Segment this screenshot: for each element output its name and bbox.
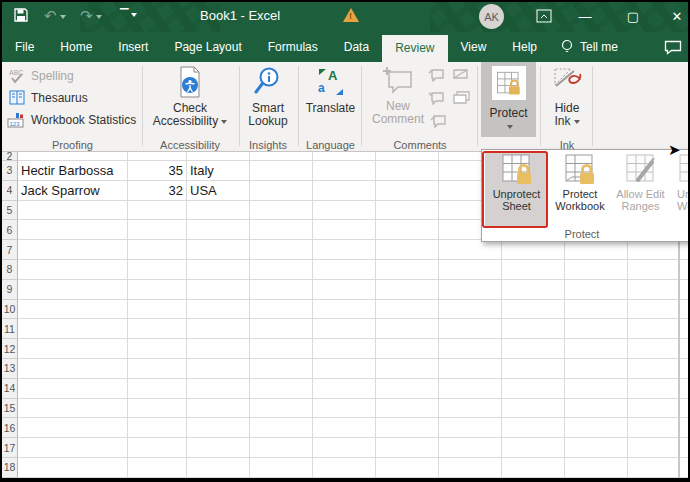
cell[interactable] — [187, 339, 250, 359]
cell[interactable] — [18, 300, 128, 320]
cell[interactable] — [376, 319, 439, 339]
cell[interactable] — [18, 399, 128, 419]
cell[interactable] — [128, 458, 187, 478]
cell[interactable] — [128, 280, 187, 300]
cell[interactable] — [187, 418, 250, 438]
cell[interactable] — [250, 260, 313, 280]
row-header-6[interactable]: 6 — [2, 220, 18, 240]
row-header-11[interactable]: 11 — [2, 319, 18, 339]
tab-insert[interactable]: Insert — [105, 32, 161, 62]
cell[interactable] — [439, 379, 502, 399]
cell[interactable] — [376, 379, 439, 399]
row-header-13[interactable]: 13 — [2, 359, 18, 379]
minimize-button[interactable]: — — [568, 0, 602, 32]
cell[interactable] — [376, 339, 439, 359]
cell[interactable] — [187, 399, 250, 419]
show-ink-icon[interactable] — [430, 114, 447, 128]
cell[interactable] — [565, 300, 628, 320]
cell[interactable] — [18, 418, 128, 438]
cell-B3[interactable]: 35 — [128, 161, 187, 181]
cell[interactable] — [128, 418, 187, 438]
tab-view[interactable]: View — [448, 32, 500, 62]
tab-data[interactable]: Data — [331, 32, 382, 62]
cell[interactable] — [128, 339, 187, 359]
row-header-16[interactable]: 16 — [2, 418, 18, 438]
cell[interactable] — [502, 260, 565, 280]
cell[interactable] — [187, 379, 250, 399]
tab-review-active[interactable]: Review — [382, 35, 447, 62]
cell[interactable] — [313, 260, 376, 280]
cell[interactable] — [187, 438, 250, 458]
cell[interactable] — [128, 438, 187, 458]
close-button[interactable]: ✕ — [660, 0, 690, 32]
redo-dropdown-icon[interactable] — [96, 15, 102, 19]
protect-workbook-button[interactable]: Protect Workbook — [550, 152, 610, 226]
row-header-17[interactable]: 17 — [2, 438, 18, 458]
cell[interactable] — [376, 458, 439, 478]
tab-file[interactable]: File — [2, 32, 47, 62]
undo-icon[interactable]: ↶ — [44, 7, 66, 25]
row-header-7[interactable]: 7 — [2, 240, 18, 260]
comments-pane-icon[interactable] — [664, 40, 682, 59]
cell[interactable] — [565, 240, 628, 260]
cell[interactable] — [250, 418, 313, 438]
cell[interactable] — [313, 319, 376, 339]
cell[interactable] — [250, 379, 313, 399]
cell[interactable] — [18, 379, 128, 399]
cell-B4[interactable]: 32 — [128, 181, 187, 201]
protect-button[interactable]: Protect — [481, 62, 536, 137]
row-header-12[interactable]: 12 — [2, 339, 18, 359]
row-header-8[interactable]: 8 — [2, 260, 18, 280]
cell[interactable] — [565, 438, 628, 458]
cell[interactable] — [128, 359, 187, 379]
cell[interactable] — [502, 319, 565, 339]
cell[interactable] — [439, 319, 502, 339]
cell[interactable] — [439, 418, 502, 438]
row-header-18[interactable]: 18 — [2, 458, 18, 478]
cell[interactable] — [439, 339, 502, 359]
cell[interactable] — [313, 220, 376, 240]
cell[interactable] — [250, 280, 313, 300]
cell[interactable] — [565, 379, 628, 399]
cell[interactable] — [376, 161, 439, 181]
delete-comment-icon[interactable] — [428, 91, 445, 105]
cell-A4[interactable]: Jack Sparrow — [18, 181, 128, 201]
cell[interactable] — [187, 220, 250, 240]
cell[interactable] — [250, 319, 313, 339]
cell[interactable] — [376, 438, 439, 458]
cell[interactable] — [128, 240, 187, 260]
cell[interactable] — [250, 300, 313, 320]
cell[interactable] — [502, 280, 565, 300]
save-icon[interactable] — [13, 7, 29, 27]
row-header-2[interactable]: 2 — [2, 152, 18, 161]
previous-comment-icon[interactable] — [428, 68, 445, 82]
allow-edit-ranges-button[interactable]: Allow Edit Ranges — [612, 152, 669, 226]
show-comments-icon[interactable] — [452, 91, 470, 105]
row-header-14[interactable]: 14 — [2, 379, 18, 399]
cell[interactable] — [18, 220, 128, 240]
account-avatar[interactable]: AK — [479, 4, 504, 29]
cell[interactable] — [18, 280, 128, 300]
cell[interactable] — [376, 399, 439, 419]
row-header-10[interactable]: 10 — [2, 300, 18, 320]
cell[interactable] — [18, 201, 128, 221]
cell[interactable] — [313, 438, 376, 458]
cell[interactable] — [439, 438, 502, 458]
cell[interactable] — [187, 359, 250, 379]
row-header-5[interactable]: 5 — [2, 201, 18, 221]
thesaurus-button[interactable]: Thesaurus — [9, 90, 88, 105]
customize-qat-icon[interactable]: ▔ — [120, 5, 137, 23]
cell[interactable] — [439, 458, 502, 478]
cell[interactable] — [18, 319, 128, 339]
cell[interactable] — [250, 201, 313, 221]
cell[interactable] — [376, 359, 439, 379]
cell[interactable] — [502, 240, 565, 260]
cell[interactable] — [565, 280, 628, 300]
smart-lookup-button[interactable]: Smart Lookup — [243, 66, 293, 128]
cell[interactable] — [128, 300, 187, 320]
cell[interactable] — [376, 240, 439, 260]
cell[interactable] — [565, 319, 628, 339]
cell[interactable] — [250, 181, 313, 201]
cell[interactable] — [250, 161, 313, 181]
cell[interactable] — [376, 260, 439, 280]
